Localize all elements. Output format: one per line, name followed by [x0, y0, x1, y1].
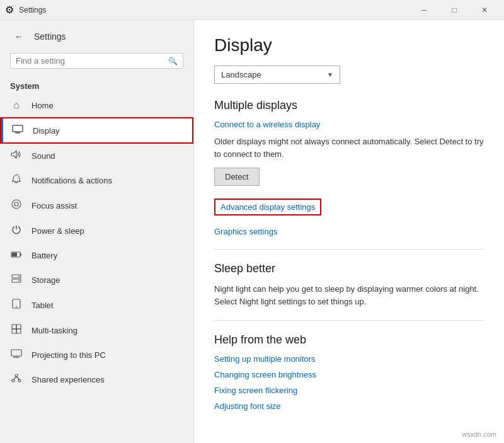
svg-rect-18	[16, 329, 21, 333]
sidebar-app-title: Settings	[34, 32, 66, 42]
divider-2	[214, 320, 484, 321]
shared-icon	[10, 373, 23, 386]
svg-point-5	[14, 202, 18, 206]
svg-rect-8	[20, 253, 21, 256]
settings-icon: ⚙	[5, 4, 14, 16]
sidebar-item-display[interactable]: Display	[0, 117, 193, 144]
landscape-select-text: Landscape	[221, 70, 327, 79]
main-content: Display Landscape ▼ Multiple displays Co…	[194, 20, 504, 443]
landscape-dropdown[interactable]: Landscape ▼	[214, 66, 340, 84]
sidebar-label-power: Power & sleep	[32, 226, 84, 236]
search-input[interactable]	[16, 56, 164, 66]
titlebar-title: Settings	[19, 6, 46, 14]
graphics-settings-link[interactable]: Graphics settings	[214, 227, 484, 236]
sidebar-item-home[interactable]: ⌂ Home	[0, 93, 193, 117]
svg-point-22	[15, 374, 18, 377]
help-link-0[interactable]: Setting up multiple monitors	[214, 354, 484, 364]
minimize-button[interactable]: ─	[410, 0, 438, 20]
sidebar-label-home: Home	[32, 101, 54, 110]
battery-icon	[10, 250, 23, 261]
svg-rect-0	[13, 125, 23, 132]
search-box: 🔍	[10, 53, 183, 69]
sidebar-label-shared: Shared experiences	[32, 375, 105, 384]
svg-point-14	[16, 306, 17, 308]
sidebar-label-focus: Focus assist	[32, 201, 77, 210]
title-bar: ⚙ Settings ─ □ ✕	[0, 0, 504, 20]
maximize-button[interactable]: □	[440, 0, 469, 20]
sleep-better-title: Sleep better	[214, 262, 484, 275]
sidebar-item-multitasking[interactable]: Multi-tasking	[0, 318, 193, 343]
back-button[interactable]: ←	[10, 28, 28, 45]
projecting-icon	[10, 349, 23, 360]
sidebar-label-projecting: Projecting to this PC	[32, 350, 106, 360]
focus-icon	[10, 199, 23, 212]
app-container: ← Settings 🔍 System ⌂ Home Display	[0, 20, 504, 443]
sidebar-label-multitasking: Multi-tasking	[32, 326, 77, 335]
display-icon	[11, 125, 24, 136]
sidebar: ← Settings 🔍 System ⌂ Home Display	[0, 20, 194, 443]
svg-rect-16	[16, 325, 21, 329]
home-icon: ⌂	[10, 100, 23, 111]
sidebar-item-projecting[interactable]: Projecting to this PC	[0, 343, 193, 367]
sidebar-header: ← Settings	[0, 20, 193, 53]
page-title: Display	[214, 35, 484, 55]
svg-marker-3	[11, 151, 16, 158]
power-icon	[10, 224, 23, 237]
detect-button[interactable]: Detect	[214, 168, 260, 186]
titlebar-left: ⚙ Settings	[5, 4, 46, 16]
svg-rect-19	[11, 350, 21, 356]
close-button[interactable]: ✕	[470, 0, 499, 20]
svg-rect-7	[12, 253, 17, 256]
advanced-display-settings-link[interactable]: Advanced display settings	[214, 198, 321, 216]
watermark: wsxdn.com	[462, 430, 496, 438]
svg-line-25	[13, 377, 16, 379]
chevron-down-icon: ▼	[327, 71, 333, 78]
sidebar-section-title: System	[0, 76, 193, 93]
help-link-1[interactable]: Changing screen brightness	[214, 370, 484, 379]
sidebar-item-sound[interactable]: Sound	[0, 144, 193, 168]
sidebar-item-shared[interactable]: Shared experiences	[0, 367, 193, 392]
sidebar-item-notifications[interactable]: Notifications & actions	[0, 168, 193, 193]
sidebar-label-storage: Storage	[32, 275, 60, 285]
sidebar-item-storage[interactable]: Storage	[0, 267, 193, 292]
sidebar-item-battery[interactable]: Battery	[0, 243, 193, 267]
sleep-better-text: Night light can help you get to sleep by…	[214, 283, 484, 308]
svg-point-23	[12, 379, 14, 382]
sidebar-label-notifications: Notifications & actions	[32, 176, 112, 185]
notifications-icon	[10, 174, 23, 187]
sidebar-label-tablet: Tablet	[32, 301, 54, 310]
help-link-2[interactable]: Fixing screen flickering	[214, 386, 484, 395]
storage-icon	[10, 273, 23, 286]
sidebar-label-sound: Sound	[32, 151, 55, 161]
svg-line-26	[16, 377, 20, 379]
sidebar-label-battery: Battery	[32, 251, 57, 260]
svg-rect-15	[12, 325, 16, 329]
search-icon[interactable]: 🔍	[168, 57, 178, 66]
svg-point-24	[18, 379, 21, 382]
connect-wireless-link[interactable]: Connect to a wireless display	[214, 120, 484, 129]
help-web-title: Help from the web	[214, 333, 484, 347]
multiple-displays-title: Multiple displays	[214, 99, 484, 112]
svg-point-11	[18, 276, 20, 277]
sidebar-item-tablet[interactable]: Tablet	[0, 292, 193, 318]
tablet-icon	[10, 299, 23, 311]
sound-icon	[10, 150, 23, 161]
sidebar-label-display: Display	[33, 126, 60, 135]
titlebar-controls: ─ □ ✕	[410, 0, 499, 20]
svg-point-4	[12, 200, 21, 209]
older-displays-text: Older displays might not always connect …	[214, 135, 484, 160]
svg-rect-17	[12, 329, 16, 333]
svg-point-12	[18, 280, 20, 282]
sidebar-item-focus[interactable]: Focus assist	[0, 193, 193, 218]
help-link-3[interactable]: Adjusting font size	[214, 401, 484, 411]
multitasking-icon	[10, 324, 23, 337]
divider-1	[214, 249, 484, 250]
sidebar-item-power[interactable]: Power & sleep	[0, 218, 193, 243]
